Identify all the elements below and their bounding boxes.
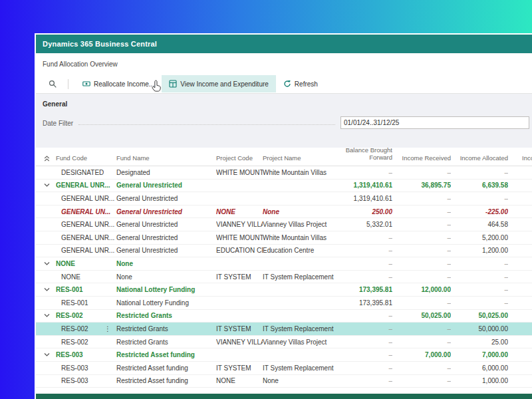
column-header-income-received[interactable]: Income Received <box>392 154 451 162</box>
table-row[interactable]: RES-002Restricted Grants–50,025.0050,025… <box>36 310 532 323</box>
fund-code-cell: GENERAL UNR... <box>56 195 116 202</box>
fund-code: GENERAL UN... <box>61 208 110 215</box>
table-body: DESIGNATEDDesignatedWHITE MOUNTAI...Whit… <box>36 166 532 388</box>
fund-code: GENERAL UNR... <box>56 182 110 189</box>
income-allocated-value: – <box>504 286 508 293</box>
fund-table: Fund Code Fund Name Project Code Project… <box>36 148 532 388</box>
project-code: WHITE MOUNTAI... <box>216 169 263 176</box>
fund-code-cell: RES-003 <box>56 351 116 358</box>
fund-code-cell: GENERAL UN... <box>56 208 116 215</box>
chevron-down-icon[interactable] <box>44 183 50 188</box>
project-code-cell: EDUCATION CEN... <box>216 247 263 254</box>
table-row[interactable]: RES-002⋮Restricted GrantsIT SYSTEMIT Sys… <box>36 323 532 336</box>
project-name-cell: White Mountain Villas <box>263 169 340 176</box>
project-code: NONE <box>216 208 235 215</box>
balance-brought-forward-cell: – <box>340 260 392 267</box>
balance-brought-forward-value: 1,319,410.61 <box>354 195 392 202</box>
search-button[interactable] <box>44 75 61 92</box>
income-allocated-cell: 6,639.58 <box>451 182 508 189</box>
column-header-project-name[interactable]: Project Name <box>263 154 340 162</box>
income-allocated-value: 7,000.00 <box>482 351 508 358</box>
table-row[interactable]: GENERAL UNR...General UnrestrictedEDUCAT… <box>36 245 532 258</box>
table-row[interactable]: NONENoneIT SYSTEMIT System Replacement––… <box>36 271 532 284</box>
refresh-button[interactable]: Refresh <box>276 75 325 92</box>
balance-brought-forward-cell: – <box>340 312 392 319</box>
income-allocated-cell: – <box>451 169 508 176</box>
income-received-cell: – <box>392 377 451 384</box>
chevron-down-icon[interactable] <box>44 287 50 292</box>
income-allocated-value: 6,639.58 <box>482 182 508 189</box>
chevron-down-icon[interactable] <box>44 261 50 266</box>
income-received-value: 36,895.75 <box>422 182 452 189</box>
view-income-expenditure-label: View Income and Expenditure <box>180 80 269 88</box>
table-row[interactable]: RES-001National Lottery Funding173,395.8… <box>36 297 532 310</box>
income-allocated-value: 25.00 <box>491 338 508 346</box>
date-filter-input[interactable] <box>340 116 529 129</box>
row-menu-icon[interactable]: ⋮ <box>104 325 111 332</box>
income-allocated-cell: – <box>451 260 508 267</box>
fund-name-cell: General Unrestricted <box>116 234 216 241</box>
column-header-balance-brought-forward[interactable]: Balance Brought Forward <box>340 147 392 162</box>
table-row[interactable]: NONENone––– <box>36 257 532 271</box>
table-row[interactable]: GENERAL UNR...General Unrestricted1,319,… <box>36 180 532 193</box>
fund-name-cell: None <box>116 260 216 267</box>
table-row[interactable]: DESIGNATEDDesignatedWHITE MOUNTAI...Whit… <box>36 166 532 180</box>
toolbar: Reallocate Income... View Income and Exp… <box>36 74 532 94</box>
table-row[interactable]: GENERAL UNR...General UnrestrictedWHITE … <box>36 231 532 245</box>
dotted-leader <box>78 124 335 125</box>
column-header-fund-code[interactable]: Fund Code <box>56 154 116 162</box>
column-header-fund-name[interactable]: Fund Name <box>116 154 216 162</box>
project-code: VIANNEY VILLAS ... <box>216 221 263 228</box>
project-code-cell: WHITE MOUNTAI... <box>216 169 263 176</box>
table-row[interactable]: RES-001National Lottery Funding173,395.8… <box>36 283 532 297</box>
table-row[interactable]: GENERAL UN...General UnrestrictedNONENon… <box>36 205 532 219</box>
project-code-cell: NONE <box>216 377 263 384</box>
income-allocated-cell: – <box>451 273 508 281</box>
table-row[interactable]: RES-003Restricted Asset fundingNONENone–… <box>36 375 532 388</box>
fund-name-cell: General Unrestricted <box>116 182 216 189</box>
project-name-cell: IT System Replacement <box>263 364 340 372</box>
income-received-cell: – <box>392 247 451 254</box>
row-chevron-cell <box>44 260 56 267</box>
collapse-all-icon[interactable] <box>44 156 56 162</box>
fund-code-cell: RES-001 <box>56 286 116 293</box>
income-received-cell: – <box>392 325 451 332</box>
balance-brought-forward-value: 5,332.01 <box>366 221 392 228</box>
balance-brought-forward-value: 173,395.81 <box>359 286 392 293</box>
income-allocated-cell: 1,000.00 <box>451 377 508 384</box>
table-row[interactable]: RES-002Restricted GrantsVIANNEY VILLAS .… <box>36 336 532 349</box>
balance-brought-forward-cell: 173,395.81 <box>340 299 392 307</box>
reallocate-income-button[interactable]: Reallocate Income... <box>75 75 162 92</box>
income-allocated-cell: 25.00 <box>451 338 508 346</box>
table-header-row: Fund Code Fund Name Project Code Project… <box>36 148 532 166</box>
column-header-project-code[interactable]: Project Code <box>216 154 263 162</box>
income-allocated-cell: -225.00 <box>451 208 508 215</box>
project-name-cell: Education Centre <box>263 247 340 254</box>
balance-brought-forward-cell: 1,319,410.61 <box>340 182 392 189</box>
column-header-clipped[interactable]: Inco <box>508 154 532 162</box>
balance-brought-forward-cell: – <box>340 273 392 281</box>
chevron-down-icon[interactable] <box>44 313 50 318</box>
fund-code: RES-001 <box>61 299 88 307</box>
table-row[interactable]: GENERAL UNR...General Unrestricted1,319,… <box>36 192 532 205</box>
table-row[interactable]: RES-003Restricted Asset funding–7,000.00… <box>36 348 532 362</box>
income-allocated-value: 1,200.00 <box>482 247 508 254</box>
income-allocated-value: – <box>504 260 508 267</box>
balance-brought-forward-cell: 250.00 <box>340 208 392 215</box>
chevron-down-icon[interactable] <box>44 352 50 357</box>
table-row[interactable]: GENERAL UNR...General UnrestrictedVIANNE… <box>36 218 532 231</box>
income-allocated-cell: 5,200.00 <box>451 234 508 241</box>
column-header-income-allocated[interactable]: Income Allocated <box>451 154 508 162</box>
project-code: IT SYSTEM <box>216 273 251 281</box>
balance-brought-forward-cell: – <box>340 338 392 346</box>
table-row[interactable]: RES-003Restricted Asset fundingIT SYSTEM… <box>36 362 532 375</box>
view-income-expenditure-button[interactable]: View Income and Expenditure <box>162 75 276 92</box>
fund-code: NONE <box>56 260 75 267</box>
project-code-cell: WHITE MOUNTAI... <box>216 234 263 241</box>
fund-name-cell: Restricted Grants <box>116 312 216 319</box>
income-allocated-value: – <box>504 169 508 176</box>
project-name-cell: Vianney Villas Project <box>263 338 340 346</box>
balance-brought-forward-cell: – <box>340 325 392 332</box>
project-code-cell: VIANNEY VILLAS ... <box>216 221 263 228</box>
income-allocated-cell: – <box>451 299 508 307</box>
